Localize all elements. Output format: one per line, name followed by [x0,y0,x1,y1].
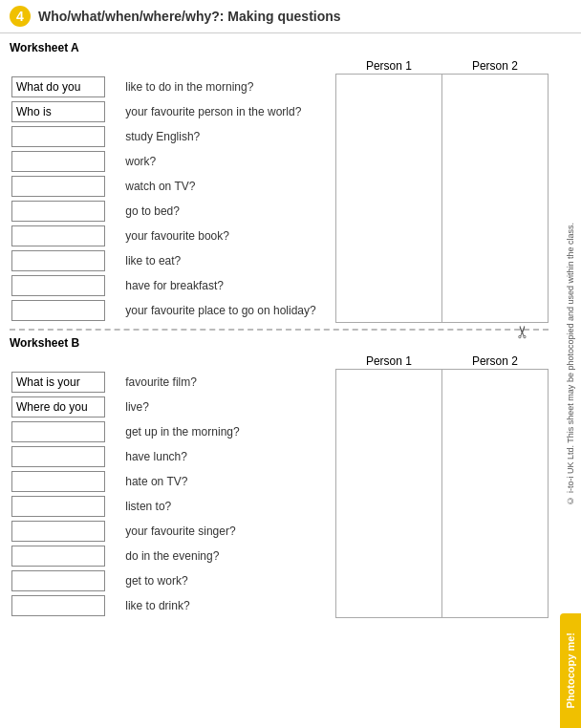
question-input-box[interactable]: Who is [11,101,105,122]
question-text-cell: your favourite place to go on holiday? [123,298,335,323]
question-text-cell: watch on TV? [123,174,335,199]
question-text-cell: study English? [123,124,335,149]
page-title: Who/what/when/where/why?: Making questio… [38,9,341,24]
question-input-box[interactable]: Where do you [11,396,105,418]
question-input-box[interactable] [11,201,105,222]
input-cell[interactable] [10,124,123,149]
question-input-box[interactable] [11,225,105,246]
scissors-icon: ✂ [512,325,533,339]
person2-answer-cell[interactable] [441,370,548,618]
question-input-box[interactable] [11,546,105,567]
question-input-box[interactable] [11,521,105,542]
person2-answer-cell[interactable] [441,75,548,323]
person2-header-a: Person 2 [441,58,548,75]
question-text-cell: do in the evening? [123,544,335,568]
question-text-cell: your favourite person in the world? [123,99,335,124]
input-cell[interactable]: What do you [10,75,123,99]
main-content: Worksheet A Person 1 Person 2 What do yo… [0,33,558,630]
person1-answer-cell[interactable] [335,370,441,618]
input-cell[interactable] [10,419,123,444]
input-cell[interactable] [10,298,123,323]
input-cell[interactable] [10,248,123,273]
input-cell[interactable] [10,519,123,544]
worksheet-a-label: Worksheet A [10,41,549,54]
question-text-cell: like to do in the morning? [123,75,335,99]
col-question-header-b [123,353,335,370]
input-cell[interactable] [10,544,123,568]
question-text-cell: listen to? [123,494,335,519]
question-text-cell: like to drink? [123,593,335,618]
input-cell[interactable] [10,469,123,494]
question-input-box[interactable] [11,126,105,147]
person1-header-b: Person 1 [335,353,441,370]
question-text-cell: live? [123,395,335,419]
input-cell[interactable] [10,149,123,174]
input-cell[interactable]: Who is [10,99,123,124]
question-text-cell: have for breakfast? [123,273,335,298]
question-text-cell: favourite film? [123,370,335,395]
question-input-box[interactable] [11,471,105,492]
question-text-cell: have lunch? [123,444,335,469]
question-input-box[interactable]: What is your [11,372,105,393]
photocopy-badge: Photocopy me! [560,613,581,728]
table-row: What do youlike to do in the morning? [10,75,549,99]
question-input-box[interactable] [11,176,105,197]
person2-header-b: Person 2 [441,353,548,370]
question-text-cell: get to work? [123,568,335,593]
question-text-cell: go to bed? [123,199,335,224]
input-cell[interactable]: What is your [10,370,123,395]
question-input-box[interactable]: What do you [11,76,105,97]
input-cell[interactable] [10,224,123,248]
col-input-header-b [10,353,123,370]
worksheet-b-label: Worksheet B [10,336,549,350]
question-input-box[interactable] [11,250,105,271]
question-text-cell: work? [123,149,335,174]
worksheet-b-table: Person 1 Person 2 What is yourfavourite … [10,353,549,618]
question-text-cell: like to eat? [123,248,335,273]
input-cell[interactable] [10,174,123,199]
input-cell[interactable] [10,593,123,618]
input-cell[interactable] [10,199,123,224]
col-input-header-a [10,58,123,75]
page-header: 4 Who/what/when/where/why?: Making quest… [0,0,581,33]
question-text-cell: get up in the morning? [123,419,335,444]
question-input-box[interactable] [11,570,105,591]
worksheet-a-table: Person 1 Person 2 What do youlike to do … [10,58,549,323]
question-input-box[interactable] [11,496,105,517]
input-cell[interactable] [10,444,123,469]
question-input-box[interactable] [11,275,105,296]
question-input-box[interactable] [11,421,105,442]
table-row: What is yourfavourite film? [10,370,549,395]
question-input-box[interactable] [11,446,105,467]
input-cell[interactable]: Where do you [10,395,123,419]
input-cell[interactable] [10,568,123,593]
question-input-box[interactable] [11,595,105,616]
lesson-number: 4 [10,6,31,27]
input-cell[interactable] [10,494,123,519]
question-text-cell: hate on TV? [123,469,335,494]
divider: ✂ [10,329,549,331]
question-input-box[interactable] [11,151,105,172]
question-text-cell: your favourite book? [123,224,335,248]
input-cell[interactable] [10,273,123,298]
person1-header-a: Person 1 [335,58,441,75]
question-text-cell: your favourite singer? [123,519,335,544]
question-input-box[interactable] [11,300,105,321]
person1-answer-cell[interactable] [335,75,441,323]
col-question-header-a [123,58,335,75]
